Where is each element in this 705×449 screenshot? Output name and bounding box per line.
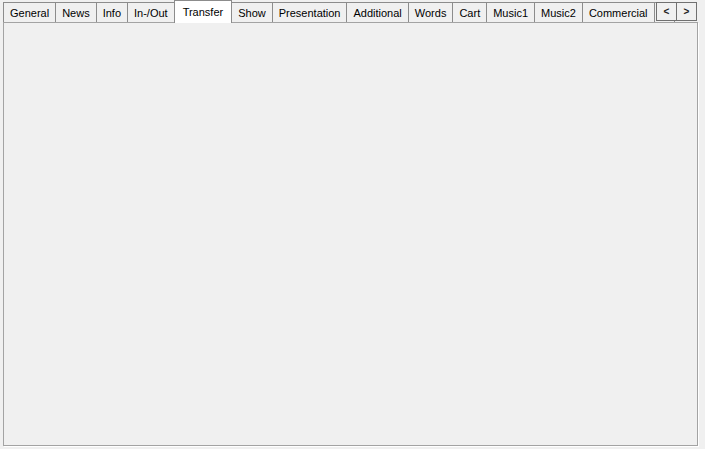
transfer-tab-page: General News Info In-/Out Transfer Show … [0, 0, 705, 449]
tab-presentation[interactable]: Presentation [272, 2, 348, 22]
tab-commercial[interactable]: Commercial [582, 2, 655, 22]
tab-general[interactable]: General [3, 2, 56, 22]
tab-show[interactable]: Show [231, 2, 273, 22]
transfer-pane [3, 22, 698, 446]
tab-scroll-left-button[interactable]: < [656, 2, 677, 21]
tab-additional[interactable]: Additional [346, 2, 408, 22]
tab-scroll-right-button[interactable]: > [676, 2, 697, 21]
tab-cart[interactable]: Cart [452, 2, 487, 22]
tab-scroll-buttons: < > [657, 2, 697, 21]
tab-words[interactable]: Words [408, 2, 454, 22]
tab-strip: General News Info In-/Out Transfer Show … [3, 0, 705, 23]
tab-transfer[interactable]: Transfer [174, 0, 233, 23]
tab-music1[interactable]: Music1 [486, 2, 535, 22]
tab-in-out[interactable]: In-/Out [127, 2, 175, 22]
tab-music2[interactable]: Music2 [534, 2, 583, 22]
chevron-left-icon: < [664, 6, 670, 17]
tab-news[interactable]: News [55, 2, 97, 22]
chevron-right-icon: > [684, 6, 690, 17]
tab-info[interactable]: Info [96, 2, 128, 22]
